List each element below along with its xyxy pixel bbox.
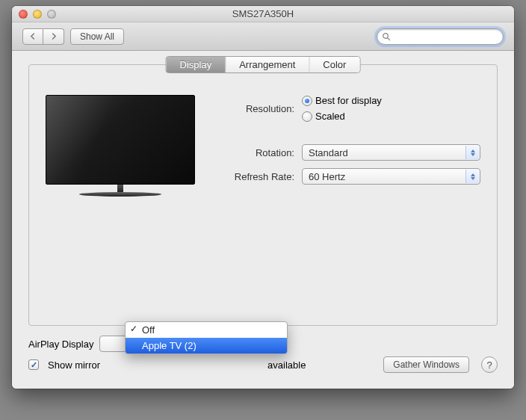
traffic-lights xyxy=(19,10,56,19)
monitor-preview xyxy=(46,95,199,197)
popup-stepper-icon xyxy=(465,146,479,159)
tab-arrangement[interactable]: Arrangement xyxy=(226,57,309,72)
titlebar: SMS27A350H xyxy=(12,6,514,22)
chevron-right-icon xyxy=(50,33,57,40)
tab-color[interactable]: Color xyxy=(309,57,359,72)
bottom-controls: AirPlay Display Off Apple TV (2) Show mi… xyxy=(28,326,498,378)
airplay-option-off[interactable]: Off xyxy=(126,322,287,338)
popup-stepper-icon xyxy=(465,170,479,183)
airplay-option-apple-tv[interactable]: Apple TV (2) xyxy=(126,338,287,353)
refresh-value: 60 Hertz xyxy=(309,171,345,182)
radio-icon xyxy=(302,111,312,122)
tab-bar: Display Arrangement Color xyxy=(166,56,361,73)
resolution-scaled-option[interactable]: Scaled xyxy=(302,111,382,122)
resolution-scaled-label: Scaled xyxy=(315,111,345,122)
search-field[interactable] xyxy=(377,28,504,45)
airplay-dropdown-menu: Off Apple TV (2) xyxy=(125,321,288,354)
prefs-window: SMS27A350H Show All Display Arrangement xyxy=(12,6,514,389)
close-window-button[interactable] xyxy=(19,10,28,19)
rotation-popup[interactable]: Standard xyxy=(302,144,480,161)
gather-windows-button[interactable]: Gather Windows xyxy=(383,356,469,373)
chevron-left-icon xyxy=(30,33,37,40)
content-area: Display Arrangement Color Resolution: xyxy=(12,51,514,389)
window-title: SMS27A350H xyxy=(12,8,514,19)
rotation-label: Rotation: xyxy=(220,147,294,158)
resolution-best-option[interactable]: Best for display xyxy=(302,95,382,106)
search-input[interactable] xyxy=(394,31,506,42)
tab-display[interactable]: Display xyxy=(167,57,226,72)
refresh-rate-popup[interactable]: 60 Hertz xyxy=(302,168,480,185)
zoom-window-button[interactable] xyxy=(47,10,56,19)
forward-button[interactable] xyxy=(43,28,64,45)
toolbar: Show All xyxy=(12,22,514,51)
display-settings: Resolution: Best for display Scaled xyxy=(220,95,480,197)
search-icon xyxy=(382,32,391,41)
refresh-label: Refresh Rate: xyxy=(220,171,294,182)
minimize-window-button[interactable] xyxy=(33,10,42,19)
airplay-label: AirPlay Display xyxy=(28,339,93,350)
nav-back-forward xyxy=(22,28,64,45)
show-mirroring-checkbox[interactable] xyxy=(28,359,39,370)
display-panel: Display Arrangement Color Resolution: xyxy=(28,64,498,326)
rotation-value: Standard xyxy=(309,147,348,158)
back-button[interactable] xyxy=(22,28,43,45)
resolution-label: Resolution: xyxy=(220,103,294,114)
svg-line-1 xyxy=(388,37,390,40)
show-mirroring-label-prefix: Show mirror xyxy=(48,359,100,371)
resolution-best-label: Best for display xyxy=(315,95,382,106)
help-button[interactable]: ? xyxy=(481,356,498,373)
show-mirroring-label-suffix: available xyxy=(267,359,306,371)
radio-checked-icon xyxy=(302,96,312,106)
show-all-button[interactable]: Show All xyxy=(70,28,124,45)
monitor-icon xyxy=(46,95,195,197)
